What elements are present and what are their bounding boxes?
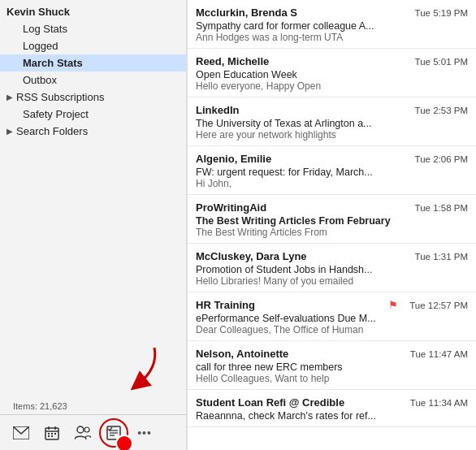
sidebar-item-log-stats[interactable]: Log Stats	[0, 20, 186, 37]
svg-point-10	[77, 426, 84, 433]
email-sender: Student Loan Refi @ Credible	[196, 396, 344, 409]
sidebar-item-kevin-shuck[interactable]: Kevin Shuck	[0, 3, 186, 20]
email-item[interactable]: Nelson, AntoinetteTue 11:47 AMcall for t…	[188, 341, 476, 390]
email-item[interactable]: ProWritingAidTue 1:58 PMThe Best Writing…	[188, 195, 476, 244]
flag-icon: ⚑	[388, 299, 398, 311]
email-subject: Sympathy card for former colleague A...	[196, 20, 448, 32]
email-preview: Hello Colleagues, Want to help	[196, 373, 468, 384]
sidebar-items: Kevin Shuck Log StatsLoggedMarch StatsOu…	[0, 0, 186, 400]
email-subject: The Best Writing Articles From February	[196, 215, 448, 227]
email-sender: ProWritingAid	[196, 201, 266, 214]
sidebar-item-march-stats[interactable]: March Stats	[0, 54, 186, 71]
email-time: Tue 11:47 AM	[410, 349, 468, 359]
svg-rect-6	[51, 433, 53, 435]
sidebar-item-label: Search Folders	[16, 125, 88, 137]
svg-rect-8	[48, 435, 50, 437]
email-list: Mcclurkin, Brenda STue 5:19 PMSympathy c…	[187, 0, 476, 450]
sidebar-item-label: Safety Project	[23, 108, 89, 120]
sidebar-item-logged[interactable]: Logged	[0, 37, 186, 54]
email-time: Tue 12:57 PM	[409, 301, 468, 310]
email-item[interactable]: LinkedInTue 2:53 PMThe University of Tex…	[188, 97, 476, 146]
email-time: Tue 5:01 PM	[415, 57, 468, 67]
mail-button[interactable]	[6, 418, 36, 448]
email-item[interactable]: Reed, MichelleTue 5:01 PMOpen Education …	[188, 49, 476, 97]
svg-rect-7	[54, 433, 56, 435]
email-subject: ePerformance Self-evaluations Due M...	[196, 313, 448, 324]
sidebar-item-label: Outbox	[23, 74, 57, 86]
email-subject: Open Education Week	[196, 69, 448, 80]
email-sender: Nelson, Antoinette	[196, 348, 288, 360]
expand-arrow-icon: ▶	[6, 127, 13, 136]
email-preview: Hello everyone, Happy Open	[196, 80, 468, 92]
email-sender: HR Training	[196, 299, 255, 311]
svg-rect-9	[51, 435, 53, 437]
people-button[interactable]	[68, 418, 97, 448]
email-subject: Promotion of Student Jobs in Handsh...	[196, 264, 448, 275]
arrow-indicator	[114, 344, 162, 395]
email-subject: The University of Texas at Arlington a..…	[196, 118, 448, 129]
email-subject: FW: urgent request: for Friday, March...	[196, 167, 448, 178]
email-item[interactable]: Student Loan Refi @ CredibleTue 11:34 AM…	[188, 390, 476, 427]
sidebar-item-label: Logged	[23, 40, 58, 52]
sidebar-item-outbox[interactable]: Outbox	[0, 71, 186, 89]
email-sender: McCluskey, Dara Lyne	[196, 250, 307, 262]
calendar-button[interactable]	[37, 418, 67, 448]
email-time: Tue 1:31 PM	[415, 252, 468, 262]
email-item[interactable]: McCluskey, Dara LyneTue 1:31 PMPromotion…	[188, 244, 476, 292]
email-preview: Dear Colleagues, The Office of Human	[196, 324, 468, 335]
email-sender: Mcclurkin, Brenda S	[196, 6, 297, 19]
email-preview: Hi John,	[196, 178, 468, 189]
email-preview: Hello Libraries! Many of you emailed	[196, 275, 468, 287]
email-preview: The Best Writing Articles From	[196, 227, 468, 238]
email-sender: Algenio, Emilie	[196, 153, 271, 165]
tasks-button[interactable]	[99, 418, 128, 448]
email-time: Tue 2:06 PM	[415, 154, 468, 164]
sidebar-item-label: Log Stats	[23, 23, 67, 35]
email-time: Tue 1:58 PM	[415, 203, 468, 213]
email-time: Tue 5:19 PM	[415, 8, 468, 18]
email-preview: Here are your network highlights	[196, 129, 468, 141]
item-count: Items: 21,623	[0, 400, 186, 414]
sidebar-item-label: March Stats	[23, 57, 83, 69]
email-item[interactable]: Mcclurkin, Brenda STue 5:19 PMSympathy c…	[188, 0, 476, 49]
sidebar-item-safety-project[interactable]: Safety Project	[0, 106, 186, 123]
kevin-shuck-label: Kevin Shuck	[6, 6, 70, 18]
email-time: Tue 11:34 AM	[410, 398, 468, 408]
sidebar-item-search-folders[interactable]: ▶Search Folders	[0, 123, 186, 140]
svg-rect-5	[48, 433, 50, 435]
more-button[interactable]: •••	[130, 418, 159, 448]
sidebar-item-rss-subscriptions[interactable]: ▶RSS Subscriptions	[0, 89, 186, 106]
email-subject: call for three new ERC members	[196, 361, 448, 373]
email-sender: LinkedIn	[196, 104, 239, 116]
svg-point-11	[84, 427, 89, 432]
email-sender: Reed, Michelle	[196, 55, 269, 67]
email-time: Tue 2:53 PM	[415, 106, 468, 115]
sidebar-footer: •••	[0, 414, 186, 450]
sidebar-item-label: RSS Subscriptions	[16, 91, 104, 103]
email-subject: Raeannna, check March's rates for ref...	[196, 410, 448, 422]
email-preview: Ann Hodges was a long-term UTA	[196, 32, 468, 43]
email-item[interactable]: HR Training⚑Tue 12:57 PMePerformance Sel…	[188, 292, 476, 341]
expand-arrow-icon: ▶	[6, 93, 13, 102]
email-item[interactable]: Algenio, EmilieTue 2:06 PMFW: urgent req…	[188, 146, 476, 195]
